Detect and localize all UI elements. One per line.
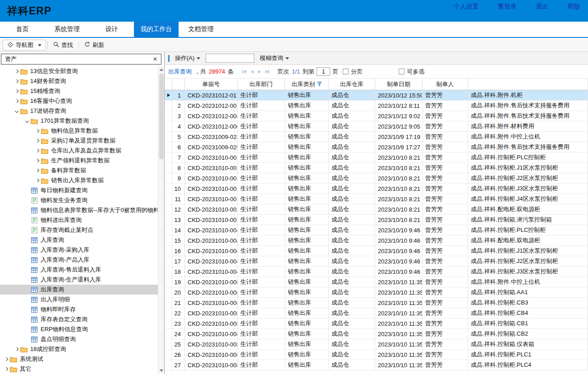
table-row[interactable]: 10CKD-20231010-001生计部销售出库成品仓2023/10/10 8… [165,184,588,194]
chevron-down-icon[interactable] [23,118,30,125]
table-row[interactable]: 23CKD-20231010-008生计部销售出库成品仓2023/10/10 1… [165,319,588,329]
paging-toggle[interactable]: 分页 [343,68,363,76]
first-page-button[interactable] [243,70,246,74]
table-row[interactable]: 13CKD-20231010-001生计部销售出库成品仓2023/10/10 8… [165,215,588,225]
col-header-doc-no[interactable]: 单据号 [185,78,238,90]
tree-item[interactable]: 销售出入库异常数据 [0,175,158,185]
tab-my-workspace[interactable]: 我的工作台 [134,22,179,37]
next-page-button[interactable] [258,70,261,74]
multiselect-checkbox[interactable] [399,69,404,74]
table-row[interactable]: 17CKD-20231010-004生计部销售出库成品仓2023/10/10 9… [165,256,588,267]
chevron-right-icon[interactable] [13,346,20,353]
table-row[interactable]: 4CKD-20231012-006生计部销售出库成品仓2023/10/12 9:… [165,121,588,132]
action-menu-button[interactable]: 操作(A) [175,54,200,62]
chevron-right-icon[interactable] [13,98,20,105]
personal-settings-link[interactable]: 个人设置 [454,3,479,11]
table-row[interactable]: 6CKD-20231009-025生计部销售出库成品仓2023/10/9 17:… [165,142,588,152]
tree-item[interactable]: 15精维查询 [0,86,158,96]
prev-page-button[interactable] [251,70,253,74]
filter-icon[interactable] [317,82,322,87]
tree-item[interactable]: 1701异常数据查询 [0,116,158,126]
quick-filter-input[interactable] [206,54,254,63]
table-row[interactable]: 20CKD-20231010-008生计部销售出库成品仓2023/10/10 1… [165,287,588,298]
multiselect-toggle[interactable]: 可多选 [399,68,424,76]
navigation-map-button[interactable]: 导航图 [3,40,46,51]
chevron-right-icon[interactable] [13,88,20,95]
tree-item[interactable]: 物料发生业务查询 [0,195,158,205]
tree-item[interactable]: 入库查询-采购入库 [0,245,158,255]
chevron-right-icon[interactable] [34,157,41,164]
table-row[interactable]: 14CKD-20231010-004生计部销售出库成品仓2023/10/10 9… [165,225,588,235]
tree-item[interactable]: 库存表自定义查询 [0,314,158,324]
tree-item[interactable]: 13信息安全部查询 [0,66,158,76]
tab-system-management[interactable]: 系统管理 [45,22,89,37]
tree-item[interactable]: 16客服中心查询 [0,96,158,106]
tree-item[interactable]: 物料信息异常数据 [0,126,158,136]
tree-item[interactable]: 系统测试 [0,354,158,364]
table-row[interactable]: 16CKD-20231010-004生计部销售出库成品仓2023/10/10 9… [165,246,588,256]
table-row[interactable]: 19CKD-20231010-008生计部销售出库成品仓2023/10/10 1… [165,277,588,287]
chevron-right-icon[interactable] [34,167,41,174]
tab-document-management[interactable]: 文档管理 [179,22,223,37]
table-row[interactable]: 9CKD-20231010-001生计部销售出库成品仓2023/10/10 8:… [165,173,588,184]
chevron-right-icon[interactable] [34,148,41,154]
tree-item[interactable]: 仓库出入库及盘点异常数据 [0,146,158,156]
table-row[interactable]: 25CKD-20231010-008生计部销售出库成品仓2023/10/10 1… [165,339,588,350]
table-row[interactable]: 11CKD-20231010-001生计部销售出库成品仓2023/10/10 8… [165,194,588,204]
tree-item[interactable]: 每日物料新建查询 [0,185,158,195]
table-row[interactable]: 15CKD-20231010-004生计部销售出库成品仓2023/10/10 9… [165,235,588,246]
col-header-product[interactable] [468,78,588,90]
chevron-right-icon[interactable] [3,366,9,373]
paging-checkbox[interactable] [343,69,349,74]
tree-item[interactable]: 其它 [0,364,158,374]
tree-item[interactable]: 入库查询 [0,235,158,245]
refresh-button[interactable]: 刷新 [80,40,108,50]
table-row[interactable]: 8CKD-20231010-001生计部销售出库成品仓2023/10/10 8:… [165,163,588,173]
tab-design[interactable]: 设计 [89,22,134,37]
tree-item[interactable]: 物料信息表异常数据--库存大于0被禁用的物料 [0,205,158,215]
last-page-button[interactable] [266,70,269,74]
scrollbar-thumb[interactable] [159,74,164,159]
tree-item[interactable]: 采购订单及退货异常数据 [0,136,158,146]
find-button[interactable]: 查找 [49,40,77,50]
tree-item[interactable]: 生产领料退料异常数据 [0,156,158,166]
chevron-right-icon[interactable] [34,177,41,184]
tree-item[interactable]: 物料进出库查询 [0,215,158,225]
tree-item[interactable]: 18成控部查询 [0,344,158,354]
chevron-right-icon[interactable] [34,128,41,134]
tree-item[interactable]: 盘点明细查询 [0,334,158,344]
table-row[interactable]: 27CKD-20231010-008生计部销售出库成品仓2023/10/10 1… [165,360,588,370]
sidebar-scrollbar[interactable] [158,66,164,374]
col-header-category[interactable]: 出库类别 [285,78,329,90]
chevron-right-icon[interactable] [34,138,41,144]
tree-item[interactable]: 17进销存查询 [0,106,158,116]
tree-item[interactable]: 入库查询-售后退料入库 [0,265,158,275]
scroll-up-icon[interactable] [160,69,163,71]
relogin-link[interactable]: 重登录 [498,3,517,11]
table-row[interactable]: 24CKD-20231010-008生计部销售出库成品仓2023/10/10 1… [165,329,588,339]
sidebar-search-box[interactable]: 资产 ✕ [1,54,161,65]
table-row[interactable]: 18CKD-20231010-004生计部销售出库成品仓2023/10/10 9… [165,267,588,277]
table-row[interactable]: 7CKD-20231010-001生计部销售出库成品仓2023/10/10 8:… [165,152,588,163]
table-row[interactable]: 22CKD-20231010-008生计部销售出库成品仓2023/10/10 1… [165,308,588,319]
logout-link[interactable]: 退出 [536,3,548,11]
tree-item[interactable]: 入库查询-生产退料入库 [0,275,158,285]
table-row[interactable]: 2CKD-20231012-001生计部销售出库成品仓2023/10/12 8:… [165,101,588,111]
clear-search-icon[interactable]: ✕ [153,56,157,62]
table-row[interactable]: 12CKD-20231010-001生计部销售出库成品仓2023/10/10 8… [165,204,588,215]
sidebar-search-input[interactable]: 资产 [5,55,153,63]
tree-item[interactable]: 14财务部查询 [0,76,158,86]
fuzzy-query-dropdown[interactable]: 模糊查询 [260,54,289,62]
tree-item[interactable]: ERP物料信息查询 [0,324,158,334]
table-row[interactable]: 21CKD-20231010-008生计部销售出库成品仓2023/10/10 1… [165,298,588,308]
chevron-right-icon[interactable] [13,68,20,75]
scroll-down-icon[interactable] [160,369,163,372]
table-row[interactable]: 3CKD-20231012-004生计部销售出库成品仓2023/10/12 9:… [165,111,588,121]
tree-item[interactable]: 备料异常数据 [0,166,158,175]
chevron-right-icon[interactable] [13,78,20,85]
tree-item[interactable]: 库存查询截止某时点 [0,225,158,235]
tree-item[interactable]: 出库查询 [0,285,158,295]
col-header-maker[interactable]: 制单人 [423,78,468,90]
help-link[interactable]: 帮助 [567,3,580,11]
chevron-right-icon[interactable] [3,356,9,363]
